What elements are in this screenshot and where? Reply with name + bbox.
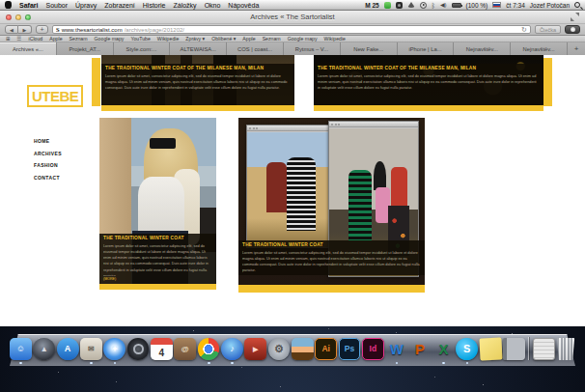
extension-button[interactable]: [565, 25, 580, 34]
reader-button[interactable]: Čtečka: [535, 25, 561, 34]
post-title[interactable]: THE TRADITIONAL WINTER COAT: [242, 242, 421, 248]
bookmark-wikipedie-2[interactable]: Wikipedie: [324, 36, 347, 42]
post-title[interactable]: THE TRADITIONAL WINTER COAT OF THE MILAN…: [318, 66, 540, 71]
system-preferences-icon[interactable]: ⚙: [268, 338, 291, 360]
battery-percent: (100 %): [466, 2, 488, 9]
tab-style-com[interactable]: Style.com:...: [114, 42, 171, 55]
forward-button[interactable]: ▶: [18, 25, 32, 34]
tab-new-fake[interactable]: New Fake...: [341, 42, 398, 55]
bluetooth-icon[interactable]: ᛒ: [432, 2, 435, 9]
nav-fashion[interactable]: FASHION: [34, 162, 62, 168]
finder-icon[interactable]: ☺: [10, 338, 32, 360]
menu-upravy[interactable]: Úpravy: [75, 2, 97, 9]
close-window-button[interactable]: [6, 14, 12, 20]
calendar-icon[interactable]: 4: [151, 338, 173, 360]
bookmark-oblibene-folder[interactable]: Oblíbené ▾: [211, 36, 236, 42]
menu-soubor[interactable]: Soubor: [45, 2, 68, 9]
excel-icon[interactable]: X: [432, 338, 455, 360]
notebook-icon[interactable]: [503, 338, 525, 360]
window-title-bar[interactable]: Archives « The Sartorialist: [0, 11, 585, 24]
address-bar[interactable]: S www.thesartorialist.com /archives/page…: [52, 25, 531, 34]
bookmark-google-mapy[interactable]: Google mapy: [95, 36, 125, 42]
reload-icon[interactable]: ↻: [521, 26, 527, 33]
nav-archives[interactable]: ARCHIVES: [34, 151, 62, 156]
skype-icon[interactable]: S: [456, 338, 478, 360]
time-machine-icon[interactable]: [420, 2, 427, 9]
new-tab-button[interactable]: +: [36, 25, 48, 34]
front-row-icon[interactable]: ▶: [244, 338, 266, 360]
volume-icon[interactable]: ◀): [440, 2, 447, 9]
fullscreen-button[interactable]: [571, 13, 579, 21]
menu-historie[interactable]: Historie: [143, 2, 166, 9]
battery-icon[interactable]: [452, 3, 461, 8]
site-logo[interactable]: UTEBE: [27, 85, 83, 107]
tab-rytmus[interactable]: Rytmus – V...: [284, 42, 341, 55]
tab-archives[interactable]: Archives «...: [0, 42, 57, 55]
post-card[interactable]: THE TRADITIONAL WINTER COAT Lorem ipsum …: [238, 118, 425, 293]
bookmark-youtube[interactable]: YouTube: [130, 36, 150, 42]
back-button[interactable]: ◀: [5, 25, 18, 34]
messages-status-icon[interactable]: [384, 2, 391, 9]
menu-okno[interactable]: Okno: [205, 2, 221, 9]
input-language-flag-icon[interactable]: [492, 2, 501, 8]
itunes-icon[interactable]: ♪: [221, 338, 243, 360]
add-tab-button[interactable]: +: [568, 42, 585, 55]
meter-status[interactable]: M 25: [365, 2, 378, 9]
launchpad-icon[interactable]: ▲: [33, 338, 55, 360]
tab-nejnavstev-2[interactable]: Nejnavštěv...: [511, 42, 568, 55]
nav-home[interactable]: HOME: [34, 138, 62, 144]
nav-contact[interactable]: CONTACT: [34, 175, 62, 181]
user-menu[interactable]: Jozef Potočan: [530, 2, 570, 9]
tab-cos[interactable]: COS | coast...: [227, 42, 284, 55]
menu-zobrazeni[interactable]: Zobrazení: [104, 2, 135, 9]
menu-zalozky[interactable]: Záložky: [174, 2, 197, 9]
photoshop-icon[interactable]: Ps: [339, 338, 361, 360]
tab-altewaisa[interactable]: ALTEWAISA...: [170, 42, 227, 55]
powerpoint-icon[interactable]: P: [409, 338, 432, 360]
bookmark-apple-2[interactable]: Apple: [242, 36, 255, 42]
chrome-icon[interactable]: [198, 338, 220, 360]
tab-projekt[interactable]: Projekt_AT...: [57, 42, 114, 55]
tab-iphone[interactable]: iPhone | La...: [398, 42, 455, 55]
quicktime-icon[interactable]: [127, 338, 150, 360]
mail-icon[interactable]: ✉: [80, 338, 102, 360]
iphoto-icon[interactable]: [292, 338, 314, 360]
preview-minimize-icon: [253, 127, 255, 129]
wifi-icon[interactable]: [407, 2, 415, 8]
post-accent-bar: [238, 285, 425, 293]
app-store-icon[interactable]: A: [57, 338, 79, 360]
desktop: Safari Soubor Úpravy Zobrazení Historie …: [0, 0, 585, 392]
trash-icon[interactable]: [556, 338, 575, 360]
post-card[interactable]: THE TRADITIONAL WINTER COAT OF THE MILAN…: [101, 55, 294, 111]
downloads-stack-icon[interactable]: [533, 338, 555, 360]
menu-clock[interactable]: čt 7:34: [506, 2, 525, 9]
word-icon[interactable]: W: [385, 338, 407, 360]
indesign-icon[interactable]: Id: [362, 338, 384, 360]
bookmark-icloud[interactable]: iCloud: [29, 36, 43, 42]
tab-nejnavstev-1[interactable]: Nejnavštěv...: [454, 42, 511, 55]
camera-status-icon[interactable]: [396, 2, 403, 9]
zoom-window-button[interactable]: [25, 14, 31, 20]
post-card[interactable]: THE TRADITIONAL WINTER COAT Lorem ipsum …: [99, 118, 216, 290]
bookmark-seznam-2[interactable]: Seznam: [263, 36, 281, 42]
top-sites-icon[interactable]: ⊞: [6, 36, 11, 42]
post-title[interactable]: THE TRADITIONAL WINTER COAT OF THE MILAN…: [105, 66, 291, 71]
apple-menu-icon[interactable]: [5, 1, 12, 9]
contacts-icon[interactable]: @: [174, 338, 196, 360]
minimize-window-button[interactable]: [15, 14, 21, 20]
spotlight-icon[interactable]: [574, 2, 580, 8]
bookmark-google-mapy-2[interactable]: Google mapy: [288, 36, 318, 42]
bookmark-zpravy-folder[interactable]: Zprávy ▾: [185, 36, 205, 42]
post-title[interactable]: THE TRADITIONAL WINTER COAT: [103, 236, 212, 241]
safari-icon[interactable]: ✦: [103, 338, 125, 360]
bookmark-apple[interactable]: Apple: [49, 36, 62, 42]
post-card[interactable]: THE TRADITIONAL WINTER COAT OF THE MILAN…: [314, 55, 543, 111]
illustrator-icon[interactable]: Ai: [315, 338, 337, 360]
stickies-icon[interactable]: [479, 337, 502, 360]
read-more-link[interactable]: (MORE): [103, 277, 212, 281]
reading-list-icon[interactable]: ☰: [17, 36, 22, 42]
menu-napoveda[interactable]: Nápověda: [228, 2, 259, 9]
menu-safari[interactable]: Safari: [19, 2, 38, 9]
bookmark-wikipedie[interactable]: Wikipedie: [157, 36, 180, 42]
bookmark-seznam[interactable]: Seznam: [70, 36, 88, 42]
